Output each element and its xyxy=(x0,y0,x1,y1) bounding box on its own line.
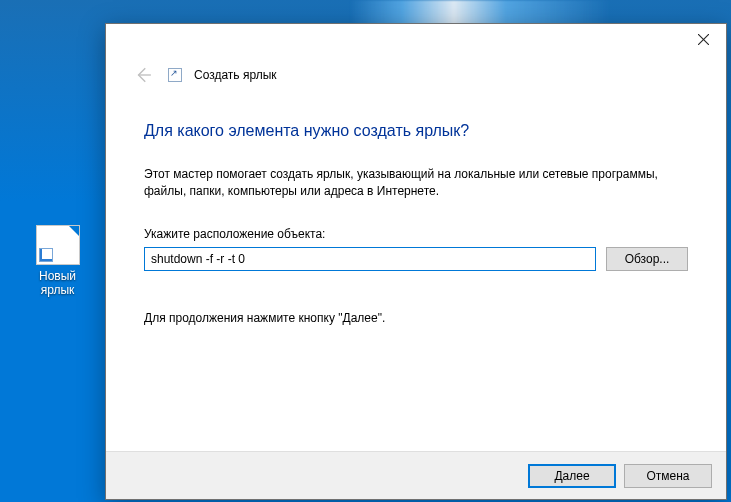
next-button[interactable]: Далее xyxy=(528,464,616,488)
browse-button[interactable]: Обзор... xyxy=(606,247,688,271)
back-arrow-icon xyxy=(134,66,152,84)
wizard-header: Создать ярлык xyxy=(106,56,726,88)
shortcut-icon xyxy=(168,68,182,82)
shortcut-file-icon xyxy=(36,225,80,265)
location-input[interactable] xyxy=(144,247,596,271)
close-icon xyxy=(698,34,709,45)
close-button[interactable] xyxy=(680,24,726,54)
back-button xyxy=(130,62,156,88)
cancel-button[interactable]: Отмена xyxy=(624,464,712,488)
create-shortcut-wizard-dialog: Создать ярлык Для какого элемента нужно … xyxy=(105,23,727,500)
continue-hint: Для продолжения нажмите кнопку "Далее". xyxy=(144,311,688,325)
desktop-icon-label: Новый ярлык xyxy=(30,269,85,297)
dialog-titlebar xyxy=(106,24,726,56)
location-field-row: Обзор... xyxy=(144,247,688,271)
wizard-title: Создать ярлык xyxy=(194,68,277,82)
wizard-footer: Далее Отмена xyxy=(106,451,726,499)
location-label: Укажите расположение объекта: xyxy=(144,227,688,241)
desktop-shortcut-icon[interactable]: Новый ярлык xyxy=(30,225,85,297)
wizard-content: Для какого элемента нужно создать ярлык?… xyxy=(106,88,726,451)
wizard-heading: Для какого элемента нужно создать ярлык? xyxy=(144,122,688,140)
wizard-description: Этот мастер помогает создать ярлык, указ… xyxy=(144,166,688,201)
